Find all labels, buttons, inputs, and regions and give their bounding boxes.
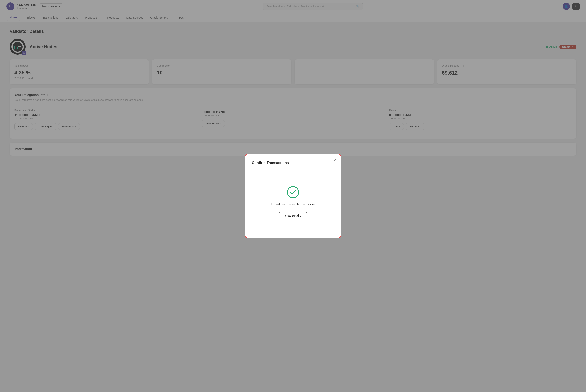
- svg-point-5: [288, 186, 298, 198]
- view-details-button[interactable]: View Details: [279, 212, 307, 219]
- success-icon: [286, 186, 300, 198]
- modal-overlay: Confirm Transactions ✕ Broadcast transac…: [0, 0, 586, 392]
- modal-title: Confirm Transactions: [252, 161, 289, 165]
- confirm-transactions-modal: Confirm Transactions ✕ Broadcast transac…: [245, 154, 341, 238]
- modal-close-button[interactable]: ✕: [333, 158, 336, 162]
- modal-body: Broadcast transaction success View Detai…: [252, 170, 334, 231]
- success-message: Broadcast transaction success: [272, 202, 315, 206]
